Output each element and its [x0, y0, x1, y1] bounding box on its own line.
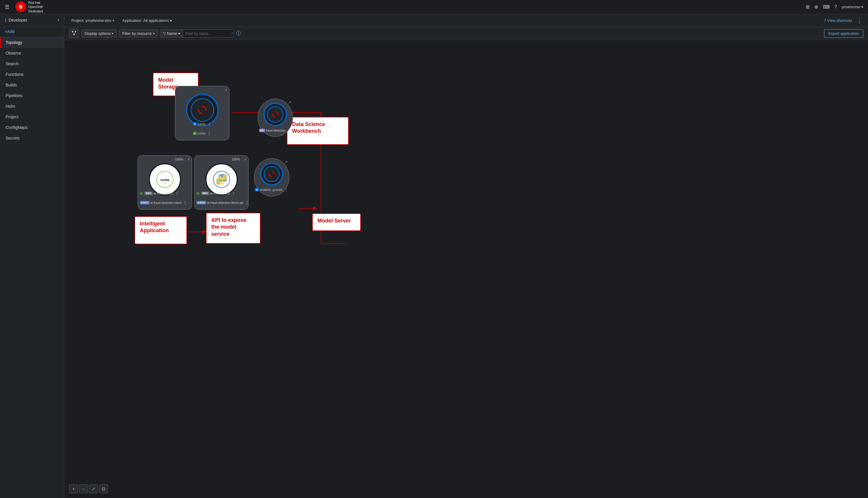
minio-badge-kebab[interactable]: ⋮	[207, 121, 212, 126]
shortcuts-label: View shortcuts	[827, 18, 852, 23]
svg-marker-17	[268, 173, 269, 175]
ai-client-ksvc-kebab[interactable]: ⋮	[182, 200, 188, 205]
ai-demo-external-link-icon[interactable]: ↗	[244, 158, 246, 162]
data-science-workbench-text: Data ScienceWorkbench	[292, 121, 343, 135]
sidebar-item-helm[interactable]: Helm	[0, 101, 64, 112]
sidebar-item-search[interactable]: Search	[0, 58, 64, 69]
ovms-badge-label: modelm...g-ovms	[260, 188, 282, 192]
app-name: All applications	[143, 18, 169, 23]
fraud-detection-sync-icon	[271, 110, 279, 119]
fraud-badge-type: SS	[259, 129, 265, 132]
filter-group: ▽ Name ▾ /	[160, 29, 234, 38]
ai-fraud-client-node-group[interactable]: ↗ 100% node ● REV ai-fra-...0000	[137, 155, 192, 210]
sidebar-item-project[interactable]: Project	[0, 112, 64, 122]
sidebar: ⟨ Developer ▾ +Add Topology Observe Sear…	[0, 14, 64, 498]
help-icon[interactable]: ?	[834, 4, 837, 10]
sidebar-item-secrets[interactable]: Secrets	[0, 133, 64, 143]
app-caret-icon: ▾	[170, 18, 172, 23]
zoom-out-button[interactable]: −	[79, 484, 88, 493]
sidebar-navigation: Topology Observe Search Functions Builds…	[0, 37, 64, 143]
topology-canvas[interactable]: ModelStorage Data ScienceWorkbench Intel…	[64, 40, 868, 498]
model-ovms-node-group[interactable]: ↗ D modelm...g-ovms ⋮	[254, 158, 289, 196]
user-menu[interactable]: ymaheshw ▾	[842, 5, 863, 9]
ai-client-external-link-icon[interactable]: ↗	[187, 158, 190, 162]
minio-sync-icon	[197, 105, 208, 115]
navbar: ☰ Red Hat OpenShift Dedicated ⊞ ⊕ ⌨ ? ym…	[0, 0, 868, 14]
fit-view-button[interactable]: ⊡	[99, 484, 108, 493]
ovms-badge-kebab[interactable]: ⋮	[284, 187, 289, 192]
ai-demo-pct: 100%	[232, 158, 240, 161]
display-options-caret-icon: ▾	[112, 32, 113, 35]
svg-marker-9	[272, 114, 273, 115]
user-caret-icon: ▾	[861, 5, 863, 9]
api-expose-text: API to exposethe modelservice	[211, 217, 255, 237]
chevron-down-icon: ▾	[57, 18, 59, 22]
project-selector[interactable]: Project: ymaheshw-dev ▾	[69, 17, 117, 24]
data-science-workbench-label-box: Data ScienceWorkbench	[287, 117, 349, 145]
svg-line-4	[73, 32, 74, 34]
project-bar-kebab-icon[interactable]: ⋮	[856, 16, 863, 25]
svg-rect-3	[74, 34, 75, 35]
plus-icon[interactable]: ⊕	[814, 4, 818, 10]
sidebar-item-topology[interactable]: Topology	[0, 37, 64, 48]
minio-external-link-icon[interactable]: ↗	[224, 88, 227, 92]
intelligent-application-label-box: IntelligentApplication	[134, 216, 187, 244]
sidebar-item-functions[interactable]: Functions	[0, 69, 64, 80]
hamburger-menu[interactable]: ☰	[5, 4, 10, 10]
filter-input[interactable]	[183, 30, 230, 37]
svg-rect-1	[72, 31, 73, 32]
project-bar: Project: ymaheshw-dev ▾ Application: All…	[64, 14, 868, 27]
ai-demo-ksvc-kebab[interactable]: ⋮	[244, 200, 250, 205]
brand-name: Red Hat OpenShift Dedicated	[28, 1, 43, 13]
sidebar-item-builds[interactable]: Builds	[0, 80, 64, 90]
view-shortcuts-link[interactable]: ? View shortcuts	[824, 18, 852, 23]
filter-resource-label: Filter by resource	[122, 31, 152, 36]
filter-by-resource-button[interactable]: Filter by resource ▾	[119, 29, 158, 38]
filter-type-selector[interactable]: ▽ Name ▾	[160, 30, 183, 37]
app-selector[interactable]: Application: All applications ▾	[120, 17, 175, 24]
ai-client-ksvc-label: ai-fraud-detection-client	[150, 201, 182, 205]
username-label: ymaheshw	[842, 5, 860, 9]
sidebar-item-pipelines[interactable]: Pipelines	[0, 90, 64, 101]
fraud-detection-external-link-icon[interactable]: ↗	[288, 100, 291, 104]
minio-node-group[interactable]: ↗ D minio ⋮	[175, 86, 229, 141]
intelligent-application-text: IntelligentApplication	[140, 220, 182, 234]
svg-marker-6	[206, 109, 207, 111]
ai-demo-ksvc-type: KSVC	[197, 201, 206, 205]
minio-sub-badge-type: A	[193, 132, 197, 135]
info-icon[interactable]: ⓘ	[236, 30, 241, 37]
ai-client-rev-type: REV	[145, 192, 153, 195]
topology-view-icon-button[interactable]	[69, 29, 79, 38]
ai-demo-rev-label: ai-fra-...00001	[210, 192, 230, 195]
terminal-icon[interactable]: ⌨	[823, 4, 830, 10]
export-application-button[interactable]: Export application	[824, 29, 863, 38]
canvas-controls: + − ⤢ ⊡	[69, 484, 108, 493]
ovms-external-link-icon[interactable]: ↗	[285, 160, 288, 164]
ai-client-rev-kebab[interactable]: ⋮	[174, 191, 180, 196]
nodejs-icon: node ●	[156, 171, 174, 188]
navbar-icons: ⊞ ⊕ ⌨ ? ymaheshw ▾	[806, 4, 863, 10]
svg-rect-2	[75, 31, 76, 32]
reset-view-button[interactable]: ⤢	[89, 484, 98, 493]
display-options-button[interactable]: Display options ▾	[81, 29, 117, 38]
svg-point-15	[222, 182, 224, 183]
ai-fraud-demo-node-group[interactable]: ↗ 100% REV	[194, 155, 249, 210]
sidebar-context-switcher[interactable]: ⟨ Developer ▾	[0, 14, 64, 26]
sidebar-item-observe[interactable]: Observe	[0, 48, 64, 58]
brand-logo: Red Hat OpenShift Dedicated	[15, 1, 43, 13]
grid-icon[interactable]: ⊞	[806, 4, 810, 10]
ai-demo-ksvc-label: ai-fraud-detection-demo-api	[207, 201, 244, 205]
svg-text:●: ●	[164, 182, 166, 185]
fraud-detection-node-group[interactable]: ↗ SS fraud-detection ⋮	[258, 99, 293, 137]
zoom-in-button[interactable]: +	[69, 484, 78, 493]
minio-sub-badge-kebab[interactable]: ⋮	[207, 131, 212, 136]
fraud-badge-kebab[interactable]: ⋮	[286, 128, 291, 133]
ai-client-ksvc-type: KSVC	[140, 201, 149, 205]
sidebar-add-button[interactable]: +Add	[0, 26, 64, 37]
minio-sub-badge-label: minio	[198, 132, 206, 135]
filter-icon: ▽	[163, 31, 166, 36]
sidebar-item-configmaps[interactable]: ConfigMaps	[0, 122, 64, 133]
model-server-text: Model Server	[317, 218, 356, 224]
fraud-badge-label: fraud-detection	[266, 129, 286, 132]
ai-demo-rev-kebab[interactable]: ⋮	[231, 191, 236, 196]
